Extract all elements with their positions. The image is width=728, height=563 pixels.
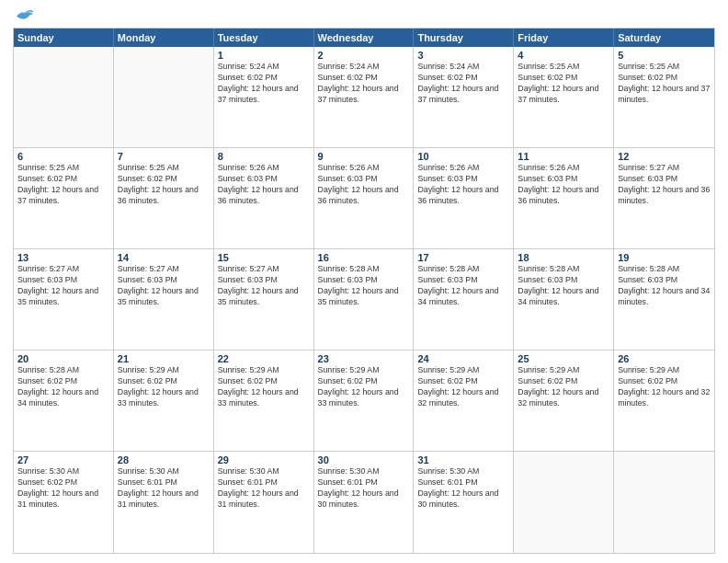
day-cell-3: 3Sunrise: 5:24 AM Sunset: 6:02 PM Daylig… [414,47,514,147]
day-info: Sunrise: 5:25 AM Sunset: 6:02 PM Dayligh… [17,163,109,207]
logo [13,9,35,22]
day-number: 16 [318,252,410,263]
day-info: Sunrise: 5:25 AM Sunset: 6:02 PM Dayligh… [618,62,711,106]
day-number: 21 [118,353,210,364]
calendar: SundayMondayTuesdayWednesdayThursdayFrid… [13,28,715,554]
day-number: 15 [218,252,310,263]
weekday-header-tuesday: Tuesday [214,29,314,47]
day-info: Sunrise: 5:25 AM Sunset: 6:02 PM Dayligh… [518,62,609,106]
day-info: Sunrise: 5:29 AM Sunset: 6:02 PM Dayligh… [118,365,210,409]
calendar-week-1: 1Sunrise: 5:24 AM Sunset: 6:02 PM Daylig… [14,47,714,148]
day-info: Sunrise: 5:29 AM Sunset: 6:02 PM Dayligh… [318,365,410,409]
day-info: Sunrise: 5:26 AM Sunset: 6:03 PM Dayligh… [518,163,609,207]
day-cell-19: 19Sunrise: 5:28 AM Sunset: 6:03 PM Dayli… [614,249,714,350]
day-cell-1: 1Sunrise: 5:24 AM Sunset: 6:02 PM Daylig… [214,47,314,147]
day-info: Sunrise: 5:30 AM Sunset: 6:01 PM Dayligh… [417,466,509,511]
logo-bird-icon [15,9,35,26]
weekday-header-friday: Friday [514,29,614,47]
day-info: Sunrise: 5:26 AM Sunset: 6:03 PM Dayligh… [218,163,310,207]
day-cell-23: 23Sunrise: 5:29 AM Sunset: 6:02 PM Dayli… [314,350,415,451]
empty-cell [614,452,714,553]
day-cell-21: 21Sunrise: 5:29 AM Sunset: 6:02 PM Dayli… [114,350,214,451]
day-info: Sunrise: 5:28 AM Sunset: 6:03 PM Dayligh… [417,264,509,308]
day-number: 2 [318,50,410,61]
day-cell-18: 18Sunrise: 5:28 AM Sunset: 6:03 PM Dayli… [514,249,614,350]
day-info: Sunrise: 5:29 AM Sunset: 6:02 PM Dayligh… [417,365,509,409]
day-number: 4 [518,50,609,61]
day-number: 25 [518,353,609,364]
day-number: 10 [417,151,509,162]
day-cell-15: 15Sunrise: 5:27 AM Sunset: 6:03 PM Dayli… [214,249,314,350]
day-info: Sunrise: 5:24 AM Sunset: 6:02 PM Dayligh… [218,62,310,106]
day-number: 19 [618,252,711,263]
day-cell-14: 14Sunrise: 5:27 AM Sunset: 6:03 PM Dayli… [114,249,214,350]
day-number: 11 [518,151,609,162]
empty-cell [514,452,614,553]
day-info: Sunrise: 5:30 AM Sunset: 6:02 PM Dayligh… [17,466,109,511]
day-number: 23 [318,353,410,364]
day-info: Sunrise: 5:30 AM Sunset: 6:01 PM Dayligh… [118,466,210,511]
day-cell-2: 2Sunrise: 5:24 AM Sunset: 6:02 PM Daylig… [314,47,415,147]
day-info: Sunrise: 5:28 AM Sunset: 6:03 PM Dayligh… [618,264,711,308]
empty-cell [114,47,214,147]
day-info: Sunrise: 5:27 AM Sunset: 6:03 PM Dayligh… [218,264,310,308]
day-number: 5 [618,50,711,61]
day-info: Sunrise: 5:28 AM Sunset: 6:03 PM Dayligh… [518,264,609,308]
day-cell-25: 25Sunrise: 5:29 AM Sunset: 6:02 PM Dayli… [514,350,614,451]
day-info: Sunrise: 5:29 AM Sunset: 6:02 PM Dayligh… [218,365,310,409]
day-info: Sunrise: 5:27 AM Sunset: 6:03 PM Dayligh… [17,264,109,308]
day-number: 18 [518,252,609,263]
day-info: Sunrise: 5:29 AM Sunset: 6:02 PM Dayligh… [518,365,609,409]
day-cell-7: 7Sunrise: 5:25 AM Sunset: 6:02 PM Daylig… [114,148,214,248]
day-cell-8: 8Sunrise: 5:26 AM Sunset: 6:03 PM Daylig… [214,148,314,248]
day-number: 12 [618,151,711,162]
day-number: 26 [618,353,711,364]
day-number: 3 [417,50,509,61]
day-cell-20: 20Sunrise: 5:28 AM Sunset: 6:02 PM Dayli… [14,350,114,451]
day-number: 7 [118,151,210,162]
day-number: 14 [118,252,210,263]
day-cell-5: 5Sunrise: 5:25 AM Sunset: 6:02 PM Daylig… [614,47,714,147]
weekday-header-wednesday: Wednesday [314,29,415,47]
day-cell-10: 10Sunrise: 5:26 AM Sunset: 6:03 PM Dayli… [414,148,514,248]
day-number: 8 [218,151,310,162]
weekday-header-monday: Monday [114,29,214,47]
calendar-week-2: 6Sunrise: 5:25 AM Sunset: 6:02 PM Daylig… [14,148,714,249]
day-info: Sunrise: 5:28 AM Sunset: 6:02 PM Dayligh… [17,365,109,409]
calendar-body: 1Sunrise: 5:24 AM Sunset: 6:02 PM Daylig… [14,47,714,553]
calendar-week-4: 20Sunrise: 5:28 AM Sunset: 6:02 PM Dayli… [14,350,714,452]
day-cell-31: 31Sunrise: 5:30 AM Sunset: 6:01 PM Dayli… [414,452,514,553]
day-cell-9: 9Sunrise: 5:26 AM Sunset: 6:03 PM Daylig… [314,148,415,248]
weekday-header-sunday: Sunday [14,29,114,47]
header [13,9,715,22]
day-cell-13: 13Sunrise: 5:27 AM Sunset: 6:03 PM Dayli… [14,249,114,350]
day-info: Sunrise: 5:27 AM Sunset: 6:03 PM Dayligh… [118,264,210,308]
day-info: Sunrise: 5:30 AM Sunset: 6:01 PM Dayligh… [318,466,410,511]
day-number: 13 [17,252,109,263]
empty-cell [14,47,114,147]
day-cell-28: 28Sunrise: 5:30 AM Sunset: 6:01 PM Dayli… [114,452,214,553]
weekday-header-thursday: Thursday [414,29,514,47]
day-cell-16: 16Sunrise: 5:28 AM Sunset: 6:03 PM Dayli… [314,249,415,350]
day-number: 30 [318,454,410,465]
day-cell-30: 30Sunrise: 5:30 AM Sunset: 6:01 PM Dayli… [314,452,415,553]
day-number: 24 [417,353,509,364]
day-cell-12: 12Sunrise: 5:27 AM Sunset: 6:03 PM Dayli… [614,148,714,248]
day-info: Sunrise: 5:30 AM Sunset: 6:01 PM Dayligh… [218,466,310,511]
day-cell-6: 6Sunrise: 5:25 AM Sunset: 6:02 PM Daylig… [14,148,114,248]
weekday-header-saturday: Saturday [614,29,714,47]
day-cell-27: 27Sunrise: 5:30 AM Sunset: 6:02 PM Dayli… [14,452,114,553]
day-cell-11: 11Sunrise: 5:26 AM Sunset: 6:03 PM Dayli… [514,148,614,248]
day-info: Sunrise: 5:25 AM Sunset: 6:02 PM Dayligh… [118,163,210,207]
day-info: Sunrise: 5:28 AM Sunset: 6:03 PM Dayligh… [318,264,410,308]
day-number: 28 [118,454,210,465]
day-cell-24: 24Sunrise: 5:29 AM Sunset: 6:02 PM Dayli… [414,350,514,451]
day-cell-29: 29Sunrise: 5:30 AM Sunset: 6:01 PM Dayli… [214,452,314,553]
calendar-week-5: 27Sunrise: 5:30 AM Sunset: 6:02 PM Dayli… [14,452,714,553]
day-number: 29 [218,454,310,465]
day-cell-22: 22Sunrise: 5:29 AM Sunset: 6:02 PM Dayli… [214,350,314,451]
day-number: 22 [218,353,310,364]
day-info: Sunrise: 5:29 AM Sunset: 6:02 PM Dayligh… [618,365,711,409]
day-cell-17: 17Sunrise: 5:28 AM Sunset: 6:03 PM Dayli… [414,249,514,350]
day-number: 17 [417,252,509,263]
